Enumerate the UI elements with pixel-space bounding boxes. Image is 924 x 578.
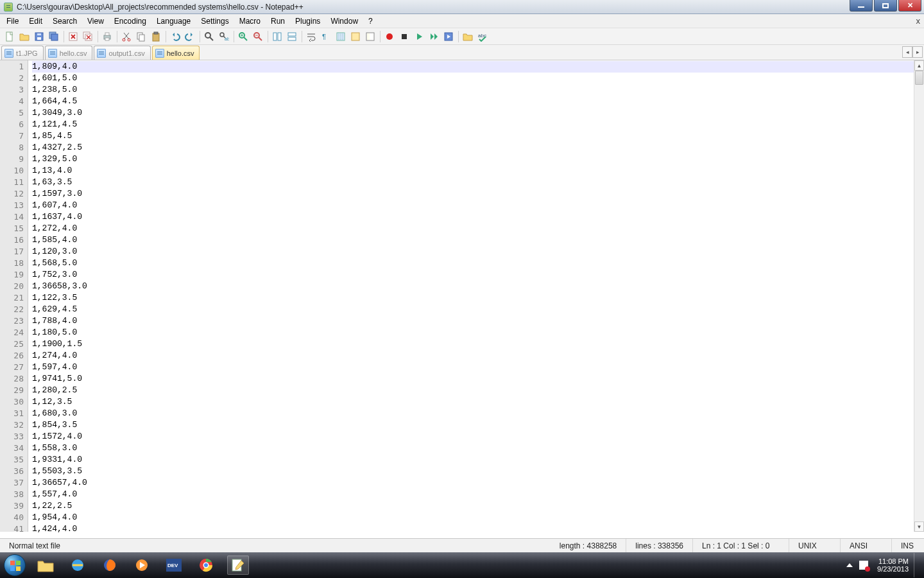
code-line[interactable]: 1,1572,4.0 [32,431,924,442]
copy-button[interactable] [134,30,148,44]
code-line[interactable]: 1,36658,3.0 [32,281,924,292]
open-file-button[interactable] [17,30,31,44]
code-line[interactable]: 1,1637,4.0 [32,211,924,223]
code-line[interactable]: 1,272,4.0 [32,223,924,234]
code-line[interactable]: 1,329,5.0 [32,153,924,165]
code-line[interactable]: 1,788,4.0 [32,315,924,327]
code-line[interactable]: 1,180,5.0 [32,327,924,338]
code-line[interactable]: 1,120,3.0 [32,246,924,258]
maximize-button[interactable] [874,0,897,12]
taskbar-devcpp-button[interactable]: DEV [158,552,190,578]
code-line[interactable]: 1,9741,5.0 [32,373,924,385]
code-line[interactable]: 1,585,4.0 [32,234,924,246]
code-line[interactable]: 1,122,3.5 [32,292,924,304]
menu-view[interactable]: View [82,15,109,28]
redo-button[interactable] [183,30,197,44]
print-button[interactable] [100,30,114,44]
tab-scroll-right-button[interactable]: ▸ [912,46,923,58]
code-line[interactable]: 1,5503,3.5 [32,466,924,477]
taskbar-chrome-button[interactable] [190,552,222,578]
code-line[interactable]: 1,280,2.5 [32,385,924,396]
minimize-button[interactable] [850,0,873,12]
menu-encoding[interactable]: Encoding [109,15,151,28]
taskbar-explorer-button[interactable] [30,552,62,578]
vertical-scrollbar[interactable]: ▲ ▼ [914,60,924,532]
sync-vscroll-button[interactable] [270,30,284,44]
code-line[interactable]: 1,558,3.0 [32,442,924,454]
code-line[interactable]: 1,629,4.5 [32,304,924,315]
start-button[interactable] [0,552,30,578]
macro-play-multi-button[interactable] [427,30,441,44]
word-wrap-button[interactable] [304,30,318,44]
code-line[interactable]: 1,238,5.0 [32,84,924,96]
code-line[interactable]: 1,3049,3.0 [32,107,924,119]
show-all-chars-button[interactable]: ¶ [319,30,333,44]
scroll-up-button[interactable]: ▲ [914,60,924,71]
code-line[interactable]: 1,63,3.5 [32,177,924,188]
menu-file[interactable]: File [1,15,24,28]
spell-check-button[interactable]: abc [475,30,490,44]
macro-stop-button[interactable] [397,30,411,44]
taskbar-firefox-button[interactable] [94,552,126,578]
code-line[interactable]: 1,85,4.5 [32,130,924,142]
tab-t1-jpg[interactable]: t1.JPG [1,46,44,60]
sync-hscroll-button[interactable] [285,30,299,44]
scroll-down-button[interactable]: ▼ [914,521,924,532]
new-file-button[interactable] [3,30,17,44]
menu-help[interactable]: ? [363,15,378,28]
menu-search[interactable]: Search [47,15,82,28]
macro-play-button[interactable] [412,30,426,44]
zoom-in-button[interactable] [236,30,250,44]
code-editor[interactable]: 1,809,4.01,601,5.01,238,5.01,664,4.51,30… [28,60,924,532]
taskbar-wmp-button[interactable] [126,552,158,578]
code-line[interactable]: 1,9331,4.0 [32,454,924,466]
code-line[interactable]: 1,36657,4.0 [32,477,924,489]
taskbar-ie-button[interactable] [62,552,94,578]
code-line[interactable]: 1,1597,3.0 [32,188,924,200]
menu-macro[interactable]: Macro [234,15,266,28]
close-document-button[interactable]: x [916,16,921,26]
close-window-button[interactable]: ✕ [898,0,921,12]
editor-area[interactable]: 1234567891011121314151617181920212223242… [0,60,924,532]
scroll-track[interactable] [914,71,924,521]
macro-save-button[interactable] [441,30,456,44]
code-line[interactable]: 1,13,4.0 [32,165,924,177]
tab-hello-csv-2[interactable]: hello.csv [152,46,200,60]
menu-edit[interactable]: Edit [24,15,47,28]
code-line[interactable]: 1,4327,2.5 [32,142,924,153]
menu-window[interactable]: Window [325,15,363,28]
cut-button[interactable] [119,30,133,44]
code-line[interactable]: 1,954,4.0 [32,512,924,523]
code-line[interactable]: 1,12,3.5 [32,396,924,408]
show-desktop-button[interactable] [914,553,920,577]
undo-button[interactable] [168,30,182,44]
tab-hello-csv-1[interactable]: hello.csv [45,46,93,60]
tray-show-hidden-button[interactable] [846,563,853,567]
scroll-thumb[interactable] [915,71,923,85]
action-center-icon[interactable] [859,561,868,570]
doc-map-button[interactable] [363,30,377,44]
tab-output1-csv[interactable]: output1.csv [94,46,150,60]
code-line[interactable]: 1,809,4.0 [32,61,924,73]
code-line[interactable]: 1,680,3.0 [32,408,924,419]
close-all-button[interactable] [81,30,95,44]
menu-settings[interactable]: Settings [196,15,234,28]
code-line[interactable]: 1,121,4.5 [32,119,924,130]
code-line[interactable]: 1,607,4.0 [32,200,924,211]
tab-scroll-left-button[interactable]: ◂ [902,46,912,58]
code-line[interactable]: 1,664,4.5 [32,96,924,107]
paste-button[interactable] [149,30,163,44]
save-all-button[interactable] [47,30,61,44]
show-folder-button[interactable] [461,30,475,44]
indent-guide-button[interactable] [334,30,348,44]
menu-language[interactable]: Language [151,15,196,28]
code-line[interactable]: 1,557,4.0 [32,489,924,500]
menu-plugins[interactable]: Plugins [290,15,325,28]
code-line[interactable]: 1,601,5.0 [32,73,924,84]
tray-clock[interactable]: 11:08 PM 9/23/2013 [877,557,909,573]
code-line[interactable]: 1,597,4.0 [32,362,924,373]
code-line[interactable]: 1,1900,1.5 [32,338,924,350]
zoom-out-button[interactable] [251,30,265,44]
menu-run[interactable]: Run [266,15,290,28]
code-line[interactable]: 1,752,3.0 [32,269,924,281]
